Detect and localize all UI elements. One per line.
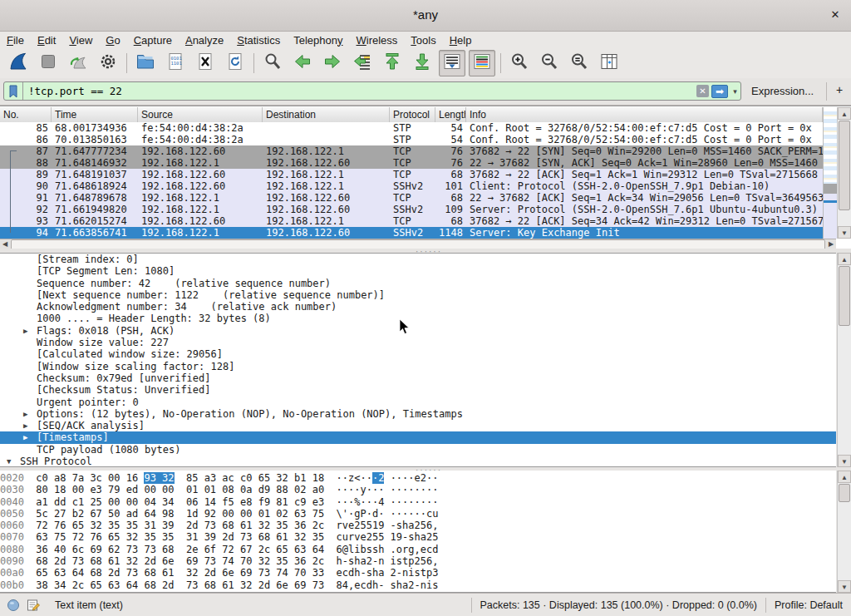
menu-item-capture[interactable]: Capture (127, 33, 179, 47)
bytes-vscrollbar[interactable]: ▲ ▼ (837, 471, 851, 593)
hex-row-00a0[interactable]: 00a0 65 63 64 68 2d 73 68 61 32 2d 6e 69… (0, 567, 836, 579)
detail-row[interactable]: [Next sequence number: 1122 (relative se… (0, 289, 836, 301)
scroll-up-icon[interactable]: ▲ (838, 471, 851, 483)
start-capture-button[interactable] (5, 50, 32, 76)
expander-collapsed-icon[interactable]: ▶ (23, 408, 27, 420)
packet-row-93[interactable]: 9371.662015274192.168.122.60192.168.122.… (0, 215, 823, 227)
expert-info-icon[interactable] (7, 599, 20, 612)
expander-collapsed-icon[interactable]: ▶ (23, 325, 27, 337)
menu-item-edit[interactable]: Edit (31, 33, 62, 47)
scroll-down-icon[interactable]: ▼ (838, 226, 851, 239)
filter-text[interactable]: !tcp.port == 22 (23, 85, 696, 97)
hex-row-0040[interactable]: 0040 a1 dd c1 25 00 00 04 34 06 14 f5 e8… (0, 496, 836, 508)
go-back-button[interactable] (289, 50, 316, 76)
detail-row[interactable]: [Window size scaling factor: 128] (0, 361, 836, 372)
menu-item-go[interactable]: Go (99, 33, 126, 47)
hex-row-00b0[interactable]: 00b0 38 34 2c 65 63 64 68 2d 73 68 61 32… (0, 579, 836, 591)
expression-button[interactable]: Expression... (751, 85, 814, 97)
zoom-out-button[interactable] (536, 50, 563, 76)
column-header-destination[interactable]: Destination (263, 107, 390, 122)
clear-filter-icon[interactable]: ✕ (696, 85, 709, 97)
detail-vscrollbar[interactable]: ▲ ▼ (837, 253, 851, 467)
detail-row[interactable]: Window size value: 227 (0, 337, 836, 348)
resize-columns-button[interactable] (596, 50, 622, 76)
expander-expanded-icon[interactable]: ▼ (7, 456, 11, 467)
zoom-original-button[interactable] (566, 50, 593, 76)
column-header-length[interactable]: Length (435, 107, 466, 122)
detail-row[interactable]: TCP payload (1080 bytes) (0, 444, 836, 456)
scrollbar-thumb[interactable] (839, 121, 850, 210)
detail-row[interactable]: Checksum: 0x79ed [unverified] (0, 372, 836, 384)
detail-row[interactable]: 1000 .... = Header Length: 32 bytes (8) (0, 313, 836, 324)
detail-row[interactable]: Urgent pointer: 0 (0, 397, 836, 408)
filter-history-caret-icon[interactable]: ▾ (730, 87, 740, 96)
packet-row-94[interactable]: 9471.663856741192.168.122.1192.168.122.6… (0, 227, 823, 239)
go-first-button[interactable] (379, 50, 406, 76)
reload-file-button[interactable] (222, 50, 248, 76)
expander-collapsed-icon[interactable]: ▶ (23, 431, 27, 443)
column-header-info[interactable]: Info (466, 107, 823, 122)
packet-row-91[interactable]: 9171.648789678192.168.122.1192.168.122.6… (0, 192, 823, 204)
scroll-down-icon[interactable]: ▼ (838, 580, 851, 593)
packet-list-vscrollbar[interactable]: ▲ ▼ (837, 107, 851, 239)
title-bar[interactable]: *any ✕ (0, 0, 851, 32)
menu-item-wireless[interactable]: Wireless (350, 33, 405, 47)
detail-row[interactable]: [Checksum Status: Unverified] (0, 384, 836, 396)
profile-button[interactable]: Profile: Default (765, 598, 851, 613)
scroll-down-icon[interactable]: ▼ (838, 455, 851, 467)
display-filter-input[interactable]: !tcp.port == 22 ✕ ➡ ▾ (3, 81, 741, 101)
hex-row-0030[interactable]: 0030 80 18 00 e3 79 ed 00 00 01 01 08 0a… (0, 484, 836, 495)
column-header-protocol[interactable]: Protocol (390, 107, 435, 122)
detail-row[interactable]: ▶[SEQ/ACK analysis] (0, 420, 836, 431)
capture-comment-icon[interactable] (27, 599, 40, 612)
detail-row[interactable]: Sequence number: 42 (relative sequence n… (0, 278, 836, 289)
close-window-icon[interactable]: ✕ (828, 7, 843, 22)
close-file-button[interactable] (192, 50, 219, 76)
menu-item-statistics[interactable]: Statistics (230, 33, 287, 47)
column-header-time[interactable]: Time (52, 107, 138, 122)
filter-bookmark-icon[interactable] (4, 82, 23, 100)
add-filter-button[interactable]: + (833, 83, 846, 98)
hex-row-0060[interactable]: 0060 72 76 65 32 35 35 31 39 2d 73 68 61… (0, 520, 836, 531)
find-packet-button[interactable] (259, 50, 286, 76)
scroll-up-icon[interactable]: ▲ (838, 253, 851, 265)
zoom-in-button[interactable] (506, 50, 533, 76)
hex-row-0020[interactable]: 0020 c0 a8 7a 3c 00 16 93 32 85 a3 ac c0… (0, 472, 836, 484)
scrollbar-thumb[interactable] (839, 484, 850, 502)
hex-row-0050[interactable]: 0050 5c 27 b2 67 50 ad 64 98 1d 92 00 00… (0, 508, 836, 520)
menu-item-file[interactable]: File (0, 33, 31, 47)
column-header-no[interactable]: No. (0, 107, 52, 122)
auto-scroll-button[interactable] (439, 50, 465, 76)
menu-item-telephony[interactable]: Telephony (287, 33, 349, 47)
go-to-packet-button[interactable] (349, 50, 376, 76)
stop-capture-button[interactable] (35, 50, 61, 76)
menu-item-tools[interactable]: Tools (404, 33, 442, 47)
colorize-button[interactable] (469, 50, 495, 76)
restart-capture-button[interactable] (65, 50, 91, 76)
packet-row-86[interactable]: 8670.013850163fe:54:00:d4:38:2aSTP54Conf… (0, 134, 823, 145)
detail-row[interactable]: [Stream index: 0] (0, 254, 836, 265)
column-header-source[interactable]: Source (138, 107, 263, 122)
packet-row-90[interactable]: 9071.648618924192.168.122.60192.168.122.… (0, 180, 823, 192)
detail-row[interactable]: [TCP Segment Len: 1080] (0, 265, 836, 277)
hex-row-0080[interactable]: 0080 36 40 6c 69 62 73 73 68 2e 6f 72 67… (0, 544, 836, 555)
packet-row-88[interactable]: 8871.648146932192.168.122.1192.168.122.6… (0, 157, 823, 169)
go-forward-button[interactable] (319, 50, 346, 76)
packet-row-92[interactable]: 9271.661949820192.168.122.1192.168.122.6… (0, 204, 823, 215)
intelligent-scrollbar-minimap[interactable] (823, 107, 837, 239)
detail-row[interactable]: ▶Options: (12 bytes), No-Operation (NOP)… (0, 408, 836, 420)
open-file-button[interactable] (132, 50, 159, 76)
detail-row[interactable]: Acknowledgment number: 34 (relative ack … (0, 301, 836, 313)
go-last-button[interactable] (409, 50, 435, 76)
detail-row[interactable]: [Calculated window size: 29056] (0, 348, 836, 360)
save-file-button[interactable]: 01011101 (162, 50, 189, 76)
expander-collapsed-icon[interactable]: ▶ (23, 420, 27, 431)
detail-row[interactable]: ▶[Timestamps] (0, 431, 836, 443)
hex-row-0090[interactable]: 0090 68 2d 73 68 61 32 2d 6e 69 73 74 70… (0, 555, 836, 567)
detail-row[interactable]: ▶Flags: 0x018 (PSH, ACK) (0, 325, 836, 337)
menu-item-help[interactable]: Help (443, 33, 479, 47)
capture-options-button[interactable] (95, 50, 121, 76)
menu-item-analyze[interactable]: Analyze (179, 33, 230, 47)
apply-filter-icon[interactable]: ➡ (711, 85, 728, 98)
packet-row-85[interactable]: 8568.001734936fe:54:00:d4:38:2aSTP54Conf… (0, 122, 823, 134)
